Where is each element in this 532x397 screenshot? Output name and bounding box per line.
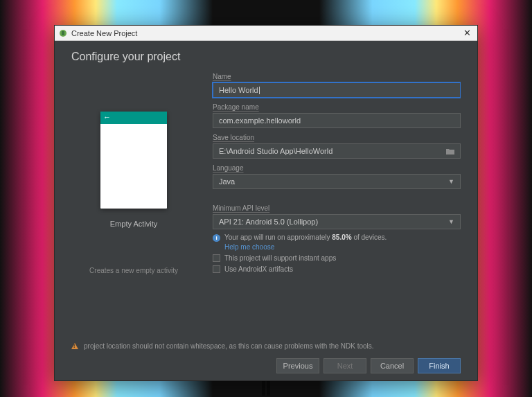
dialog-window: Create New Project ✕ Configure your proj… bbox=[54, 25, 478, 381]
titlebar[interactable]: Create New Project ✕ bbox=[55, 26, 477, 41]
finish-button[interactable]: Finish bbox=[418, 358, 461, 373]
warning-icon bbox=[71, 343, 78, 349]
window-title: Create New Project bbox=[71, 29, 137, 37]
chevron-down-icon: ▼ bbox=[448, 218, 454, 225]
dialog-content: Configure your project ← Empty Activity … bbox=[55, 41, 477, 380]
language-label: Language bbox=[213, 164, 461, 172]
browse-folder-icon[interactable] bbox=[445, 146, 456, 156]
package-input[interactable]: com.example.helloworld bbox=[213, 113, 461, 128]
back-arrow-icon: ← bbox=[103, 113, 111, 121]
template-description: Creates a new empty activity bbox=[89, 267, 178, 274]
save-location-label: Save location bbox=[213, 134, 461, 141]
name-label: Name bbox=[213, 73, 461, 80]
api-level-select[interactable]: API 21: Android 5.0 (Lollipop) ▼ bbox=[213, 214, 461, 229]
template-preview: ← bbox=[100, 112, 167, 209]
androidx-checkbox[interactable] bbox=[213, 265, 220, 273]
name-input[interactable]: Hello World bbox=[213, 82, 461, 98]
svg-rect-1 bbox=[62, 31, 64, 35]
help-me-choose-link[interactable]: Help me choose bbox=[224, 243, 461, 251]
page-title: Configure your project bbox=[71, 51, 461, 63]
template-preview-panel: ← Empty Activity Creates a new empty act… bbox=[71, 70, 196, 337]
instant-apps-label: This project will support instant apps bbox=[224, 254, 336, 262]
android-studio-icon bbox=[59, 29, 67, 37]
package-label: Package name bbox=[213, 103, 461, 111]
language-select[interactable]: Java ▼ bbox=[213, 174, 461, 189]
instant-apps-checkbox[interactable] bbox=[213, 254, 220, 262]
chevron-down-icon: ▼ bbox=[448, 178, 454, 185]
save-location-input[interactable]: E:\Android Studio App\HelloWorld bbox=[213, 143, 461, 159]
api-level-label: Minimum API level bbox=[213, 204, 461, 212]
info-icon: i bbox=[213, 234, 220, 242]
androidx-label: Use AndroidX artifacts bbox=[224, 265, 293, 273]
close-icon[interactable]: ✕ bbox=[461, 27, 473, 39]
warning-message: project location should not contain whit… bbox=[71, 341, 461, 351]
template-name: Empty Activity bbox=[110, 220, 157, 228]
form-panel: Name Hello World Package name com.exampl… bbox=[213, 70, 461, 337]
device-coverage-info: i Your app will run on approximately 85.… bbox=[213, 233, 461, 242]
button-bar: Previous Next Cancel Finish bbox=[71, 351, 461, 376]
previous-button[interactable]: Previous bbox=[276, 358, 319, 373]
cancel-button[interactable]: Cancel bbox=[371, 358, 414, 373]
next-button: Next bbox=[323, 358, 366, 373]
